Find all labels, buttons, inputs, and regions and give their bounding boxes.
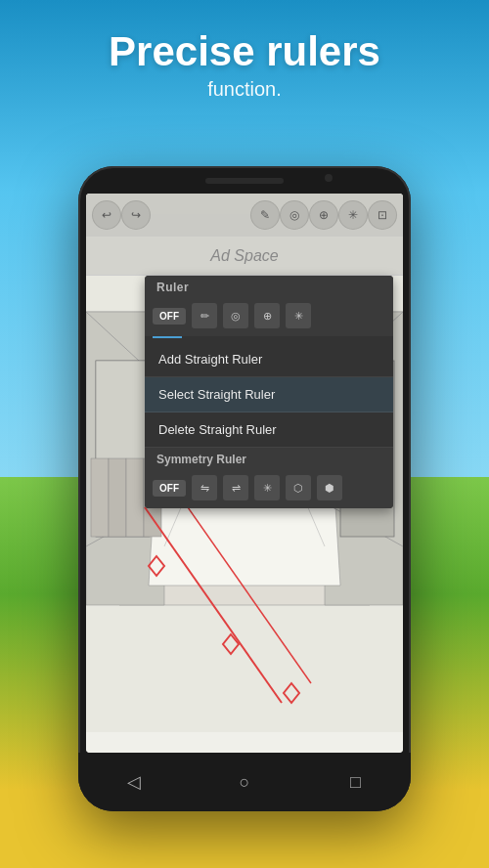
ruler-off-button[interactable]: OFF: [153, 308, 186, 325]
svg-rect-18: [126, 458, 144, 537]
symmetry-hex-icon[interactable]: ⬡: [286, 475, 311, 500]
add-straight-ruler-item[interactable]: Add Straight Ruler: [145, 342, 393, 377]
symmetry-radial-icon[interactable]: ✳: [254, 475, 280, 500]
header-subtitle: function.: [0, 78, 489, 101]
ruler-icons-row: OFF ✏ ◎ ⊕ ✳: [145, 299, 393, 336]
symmetry-cube-icon[interactable]: ⬢: [317, 475, 342, 500]
ad-space-label: Ad Space: [210, 247, 278, 265]
recent-button[interactable]: □: [335, 762, 375, 802]
delete-straight-ruler-item[interactable]: Delete Straight Ruler: [145, 412, 393, 448]
redo-button[interactable]: ↪: [121, 200, 151, 230]
phone-screen: ↩ ↪ ✎ ◎ ⊕ ✳ ⊡ Ad Space Ruler OFF ✏: [86, 194, 403, 753]
svg-rect-16: [91, 458, 109, 537]
ruler-star-icon[interactable]: ✳: [286, 303, 311, 328]
drawing-area: ↩ ↪ ✎ ◎ ⊕ ✳ ⊡ Ad Space Ruler OFF ✏: [86, 194, 403, 753]
ruler-cross-icon[interactable]: ⊕: [254, 303, 280, 328]
phone-top-bar: [205, 178, 284, 184]
crosshair-button[interactable]: ⊕: [309, 200, 338, 230]
phone-frame: ↩ ↪ ✎ ◎ ⊕ ✳ ⊡ Ad Space Ruler OFF ✏: [78, 166, 411, 811]
ruler-menu[interactable]: Ruler OFF ✏ ◎ ⊕ ✳ Add Straight Ruler Sel…: [145, 276, 393, 508]
ruler-active-indicator: [153, 336, 182, 338]
header-area: Precise rulers function.: [0, 29, 489, 101]
symmetry-off-button[interactable]: OFF: [153, 480, 186, 497]
undo-button[interactable]: ↩: [92, 200, 121, 230]
select-straight-ruler-item[interactable]: Select Straight Ruler: [145, 377, 393, 412]
header-title: Precise rulers: [0, 29, 489, 74]
ad-space-bar: Ad Space: [86, 237, 403, 276]
phone-bottom-nav: ◁ ○ □: [78, 753, 411, 811]
symmetry-mirror-v-icon[interactable]: ⇋: [192, 475, 217, 500]
pencil-button[interactable]: ✎: [250, 200, 280, 230]
top-toolbar: ↩ ↪ ✎ ◎ ⊕ ✳ ⊡: [86, 194, 403, 237]
symmetry-icons-row: OFF ⇋ ⇌ ✳ ⬡ ⬢: [145, 471, 393, 508]
ruler-pencil-icon[interactable]: ✏: [192, 303, 217, 328]
svg-rect-17: [109, 458, 126, 537]
back-button[interactable]: ◁: [114, 762, 154, 802]
ruler-circle-icon[interactable]: ◎: [223, 303, 248, 328]
export-button[interactable]: ⊡: [368, 200, 397, 230]
symmetry-ruler-title: Symmetry Ruler: [145, 448, 393, 471]
ruler-section-title: Ruler: [145, 276, 393, 299]
home-button[interactable]: ○: [225, 762, 264, 802]
circle-button[interactable]: ◎: [280, 200, 309, 230]
lines-button[interactable]: ✳: [338, 200, 368, 230]
phone-camera: [325, 174, 333, 182]
symmetry-mirror-h-icon[interactable]: ⇌: [223, 475, 248, 500]
